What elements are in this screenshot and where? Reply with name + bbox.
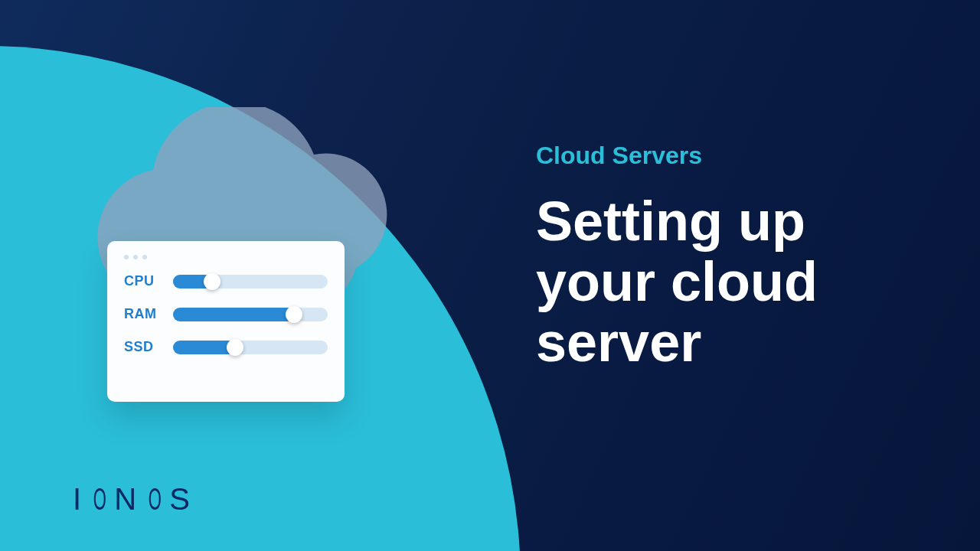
slider-fill: [173, 341, 235, 354]
cloud-illustration: CPU RAM SSD: [54, 107, 398, 429]
headline: Setting up your cloud server: [536, 191, 934, 373]
ssd-slider[interactable]: [173, 341, 328, 354]
ram-slider[interactable]: [173, 308, 328, 321]
slider-row-ssd: SSD: [124, 339, 328, 355]
slider-fill: [173, 308, 294, 321]
eyebrow: Cloud Servers: [536, 142, 934, 170]
slider-row-ram: RAM: [124, 306, 328, 322]
slider-label: SSD: [124, 339, 161, 355]
slider-label: RAM: [124, 306, 161, 322]
slider-knob-icon[interactable]: [227, 339, 243, 356]
cpu-slider[interactable]: [173, 275, 328, 289]
ionos-logo: IONOS: [73, 482, 199, 517]
slider-knob-icon[interactable]: [204, 273, 220, 290]
slider-knob-icon[interactable]: [286, 306, 302, 323]
slider-label: CPU: [124, 273, 161, 289]
hero-text: Cloud Servers Setting up your cloud serv…: [536, 142, 934, 373]
config-panel: CPU RAM SSD: [107, 241, 345, 402]
slider-row-cpu: CPU: [124, 273, 328, 289]
window-dots-icon: [124, 255, 328, 259]
